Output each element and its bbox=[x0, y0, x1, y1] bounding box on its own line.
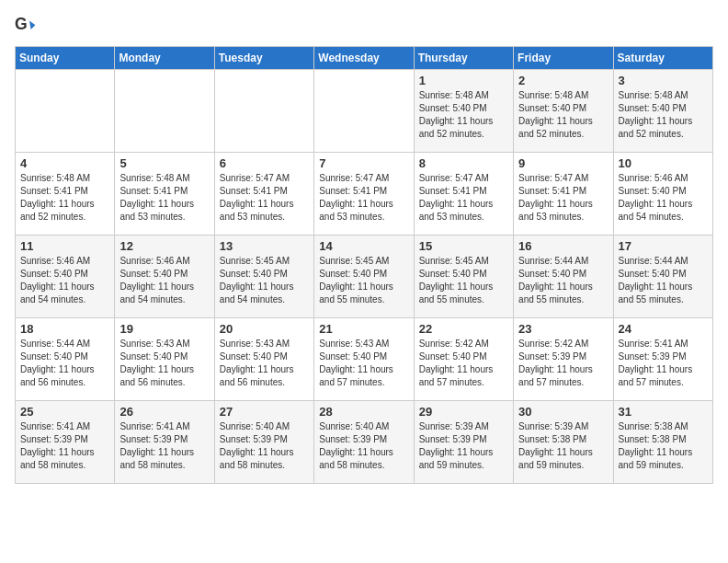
cell-details: Sunrise: 5:41 AM Sunset: 5:39 PM Dayligh… bbox=[119, 420, 209, 472]
cell-details: Sunrise: 5:46 AM Sunset: 5:40 PM Dayligh… bbox=[119, 255, 209, 306]
cell-details: Sunrise: 5:48 AM Sunset: 5:40 PM Dayligh… bbox=[619, 89, 708, 141]
week-row-2: 4Sunrise: 5:48 AM Sunset: 5:41 PM Daylig… bbox=[16, 153, 713, 236]
cell-details: Sunrise: 5:42 AM Sunset: 5:40 PM Dayligh… bbox=[419, 338, 508, 389]
calendar-cell: 10Sunrise: 5:46 AM Sunset: 5:40 PM Dayli… bbox=[613, 153, 712, 236]
day-number: 3 bbox=[619, 74, 708, 87]
day-number: 6 bbox=[220, 156, 309, 170]
header-cell-friday: Friday bbox=[514, 47, 613, 70]
day-number: 31 bbox=[619, 405, 708, 419]
day-number: 14 bbox=[319, 239, 408, 253]
day-number: 9 bbox=[518, 156, 608, 170]
week-row-1: 1Sunrise: 5:48 AM Sunset: 5:40 PM Daylig… bbox=[16, 70, 713, 153]
day-number: 26 bbox=[119, 405, 209, 419]
day-number: 25 bbox=[20, 405, 109, 419]
day-number: 15 bbox=[419, 239, 508, 253]
calendar-body: 1Sunrise: 5:48 AM Sunset: 5:40 PM Daylig… bbox=[16, 70, 713, 484]
cell-details: Sunrise: 5:41 AM Sunset: 5:39 PM Dayligh… bbox=[20, 420, 109, 472]
header-cell-thursday: Thursday bbox=[414, 47, 513, 70]
calendar-cell: 22Sunrise: 5:42 AM Sunset: 5:40 PM Dayli… bbox=[414, 318, 513, 401]
day-number: 5 bbox=[119, 156, 209, 170]
cell-details: Sunrise: 5:45 AM Sunset: 5:40 PM Dayligh… bbox=[220, 255, 309, 306]
day-number: 19 bbox=[119, 322, 209, 336]
header-cell-monday: Monday bbox=[115, 47, 214, 70]
day-number: 11 bbox=[20, 239, 109, 253]
logo: G bbox=[15, 15, 40, 37]
day-number: 17 bbox=[619, 239, 708, 253]
calendar-cell bbox=[314, 70, 414, 153]
calendar-cell: 24Sunrise: 5:41 AM Sunset: 5:39 PM Dayli… bbox=[613, 318, 712, 401]
day-number: 29 bbox=[419, 405, 508, 419]
calendar-cell: 19Sunrise: 5:43 AM Sunset: 5:40 PM Dayli… bbox=[115, 318, 214, 401]
day-number: 22 bbox=[419, 322, 508, 336]
calendar-cell bbox=[214, 70, 313, 153]
calendar-cell: 4Sunrise: 5:48 AM Sunset: 5:41 PM Daylig… bbox=[16, 153, 115, 236]
day-number: 23 bbox=[518, 322, 608, 336]
calendar-cell: 1Sunrise: 5:48 AM Sunset: 5:40 PM Daylig… bbox=[414, 70, 513, 153]
calendar-cell: 29Sunrise: 5:39 AM Sunset: 5:39 PM Dayli… bbox=[414, 401, 513, 484]
day-number: 1 bbox=[419, 74, 508, 87]
cell-details: Sunrise: 5:40 AM Sunset: 5:39 PM Dayligh… bbox=[220, 420, 309, 472]
cell-details: Sunrise: 5:46 AM Sunset: 5:40 PM Dayligh… bbox=[619, 172, 708, 224]
calendar-cell bbox=[115, 70, 214, 153]
day-number: 10 bbox=[619, 156, 708, 170]
cell-details: Sunrise: 5:43 AM Sunset: 5:40 PM Dayligh… bbox=[220, 338, 309, 389]
cell-details: Sunrise: 5:47 AM Sunset: 5:41 PM Dayligh… bbox=[319, 172, 408, 224]
day-number: 13 bbox=[220, 239, 309, 253]
header-cell-saturday: Saturday bbox=[613, 47, 712, 70]
calendar-cell: 2Sunrise: 5:48 AM Sunset: 5:40 PM Daylig… bbox=[514, 70, 613, 153]
cell-details: Sunrise: 5:47 AM Sunset: 5:41 PM Dayligh… bbox=[220, 172, 309, 224]
calendar-cell bbox=[16, 70, 115, 153]
cell-details: Sunrise: 5:45 AM Sunset: 5:40 PM Dayligh… bbox=[419, 255, 508, 306]
day-number: 18 bbox=[20, 322, 109, 336]
calendar-cell: 15Sunrise: 5:45 AM Sunset: 5:40 PM Dayli… bbox=[414, 236, 513, 318]
calendar-cell: 9Sunrise: 5:47 AM Sunset: 5:41 PM Daylig… bbox=[514, 153, 613, 236]
calendar-cell: 23Sunrise: 5:42 AM Sunset: 5:39 PM Dayli… bbox=[514, 318, 613, 401]
calendar-cell: 30Sunrise: 5:39 AM Sunset: 5:38 PM Dayli… bbox=[514, 401, 613, 484]
header-cell-tuesday: Tuesday bbox=[214, 47, 313, 70]
calendar-cell: 12Sunrise: 5:46 AM Sunset: 5:40 PM Dayli… bbox=[115, 236, 214, 318]
calendar-cell: 26Sunrise: 5:41 AM Sunset: 5:39 PM Dayli… bbox=[115, 401, 214, 484]
calendar-header: SundayMondayTuesdayWednesdayThursdayFrid… bbox=[16, 47, 713, 70]
cell-details: Sunrise: 5:44 AM Sunset: 5:40 PM Dayligh… bbox=[20, 338, 109, 389]
cell-details: Sunrise: 5:40 AM Sunset: 5:39 PM Dayligh… bbox=[319, 420, 408, 472]
calendar-cell: 18Sunrise: 5:44 AM Sunset: 5:40 PM Dayli… bbox=[16, 318, 115, 401]
day-number: 28 bbox=[319, 405, 408, 419]
week-row-3: 11Sunrise: 5:46 AM Sunset: 5:40 PM Dayli… bbox=[16, 236, 713, 318]
day-number: 20 bbox=[220, 322, 309, 336]
cell-details: Sunrise: 5:45 AM Sunset: 5:40 PM Dayligh… bbox=[319, 255, 408, 306]
calendar-cell: 21Sunrise: 5:43 AM Sunset: 5:40 PM Dayli… bbox=[314, 318, 414, 401]
calendar-cell: 25Sunrise: 5:41 AM Sunset: 5:39 PM Dayli… bbox=[16, 401, 115, 484]
cell-details: Sunrise: 5:42 AM Sunset: 5:39 PM Dayligh… bbox=[518, 338, 608, 389]
calendar-cell: 7Sunrise: 5:47 AM Sunset: 5:41 PM Daylig… bbox=[314, 153, 414, 236]
logo-icon: G bbox=[15, 15, 37, 37]
header: G bbox=[15, 15, 713, 37]
day-number: 21 bbox=[319, 322, 408, 336]
cell-details: Sunrise: 5:39 AM Sunset: 5:38 PM Dayligh… bbox=[518, 420, 608, 472]
calendar-cell: 20Sunrise: 5:43 AM Sunset: 5:40 PM Dayli… bbox=[214, 318, 313, 401]
calendar-cell: 8Sunrise: 5:47 AM Sunset: 5:41 PM Daylig… bbox=[414, 153, 513, 236]
day-number: 24 bbox=[619, 322, 708, 336]
svg-text:G: G bbox=[15, 15, 28, 33]
header-row: SundayMondayTuesdayWednesdayThursdayFrid… bbox=[16, 47, 713, 70]
cell-details: Sunrise: 5:44 AM Sunset: 5:40 PM Dayligh… bbox=[619, 255, 708, 306]
day-number: 16 bbox=[518, 239, 608, 253]
calendar-cell: 13Sunrise: 5:45 AM Sunset: 5:40 PM Dayli… bbox=[214, 236, 313, 318]
calendar-cell: 28Sunrise: 5:40 AM Sunset: 5:39 PM Dayli… bbox=[314, 401, 414, 484]
cell-details: Sunrise: 5:48 AM Sunset: 5:41 PM Dayligh… bbox=[20, 172, 109, 224]
calendar-cell: 16Sunrise: 5:44 AM Sunset: 5:40 PM Dayli… bbox=[514, 236, 613, 318]
calendar-cell: 3Sunrise: 5:48 AM Sunset: 5:40 PM Daylig… bbox=[613, 70, 712, 153]
day-number: 7 bbox=[319, 156, 408, 170]
cell-details: Sunrise: 5:43 AM Sunset: 5:40 PM Dayligh… bbox=[119, 338, 209, 389]
cell-details: Sunrise: 5:47 AM Sunset: 5:41 PM Dayligh… bbox=[518, 172, 608, 224]
calendar-cell: 17Sunrise: 5:44 AM Sunset: 5:40 PM Dayli… bbox=[613, 236, 712, 318]
cell-details: Sunrise: 5:41 AM Sunset: 5:39 PM Dayligh… bbox=[619, 338, 708, 389]
cell-details: Sunrise: 5:46 AM Sunset: 5:40 PM Dayligh… bbox=[20, 255, 109, 306]
cell-details: Sunrise: 5:47 AM Sunset: 5:41 PM Dayligh… bbox=[419, 172, 508, 224]
day-number: 4 bbox=[20, 156, 109, 170]
cell-details: Sunrise: 5:48 AM Sunset: 5:40 PM Dayligh… bbox=[419, 89, 508, 141]
calendar-cell: 5Sunrise: 5:48 AM Sunset: 5:41 PM Daylig… bbox=[115, 153, 214, 236]
cell-details: Sunrise: 5:48 AM Sunset: 5:40 PM Dayligh… bbox=[518, 89, 608, 141]
day-number: 30 bbox=[518, 405, 608, 419]
header-cell-sunday: Sunday bbox=[16, 47, 115, 70]
svg-marker-1 bbox=[29, 20, 35, 29]
